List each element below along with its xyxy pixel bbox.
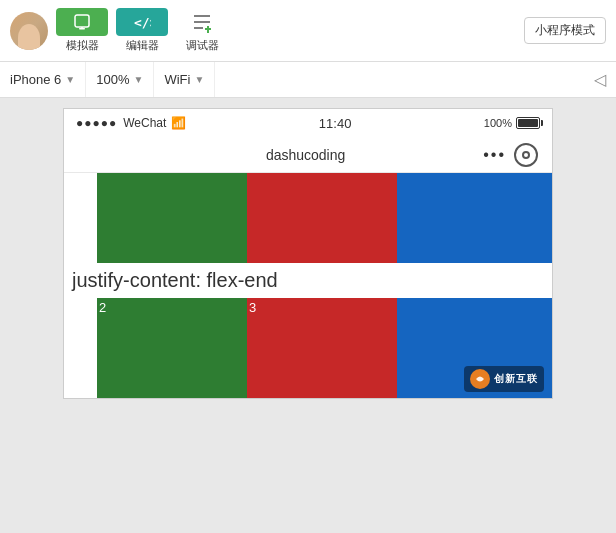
- avatar-inner: [10, 12, 48, 50]
- device-label: iPhone 6: [10, 72, 61, 87]
- carrier-label: WeChat: [123, 116, 166, 130]
- simulator-area: ●●●●● WeChat 📶 11:40 100% dashucoding ••…: [0, 98, 616, 533]
- watermark-text: 创新互联: [494, 372, 538, 386]
- debugger-label: 调试器: [186, 38, 219, 53]
- editor-button[interactable]: </> 编辑器: [116, 8, 168, 53]
- box-red-2: 3: [247, 298, 397, 398]
- network-chevron-icon: ▼: [194, 74, 204, 85]
- svg-rect-0: [75, 15, 89, 27]
- avatar-face: [18, 24, 40, 50]
- wifi-icon: 📶: [171, 116, 186, 130]
- flex-demo-top: [64, 173, 552, 263]
- battery-percent: 100%: [484, 117, 512, 129]
- debugger-button[interactable]: 调试器: [176, 8, 228, 53]
- avatar: [10, 12, 48, 50]
- record-button[interactable]: [514, 143, 538, 167]
- box-blue-2: 创新互联: [397, 298, 552, 398]
- flex-demo-bottom: 1 2 3 创新互联: [64, 298, 552, 398]
- box-red-1: [247, 173, 397, 263]
- mini-program-button[interactable]: 小程序模式: [524, 17, 606, 44]
- zoom-select[interactable]: 100% ▼: [86, 62, 154, 97]
- battery-fill: [518, 119, 538, 127]
- debugger-icon: [176, 8, 228, 36]
- volume-icon[interactable]: ◁: [594, 70, 606, 89]
- record-inner-icon: [522, 151, 530, 159]
- wechat-page-title: dashucoding: [266, 147, 345, 163]
- zoom-label: 100%: [96, 72, 129, 87]
- status-right: 100%: [484, 117, 540, 129]
- toolbar: 模拟器 </> 编辑器 调试器 小程序模式: [0, 0, 616, 62]
- signal-dots: ●●●●●: [76, 116, 117, 130]
- status-bar: ●●●●● WeChat 📶 11:40 100%: [64, 109, 552, 137]
- wechat-dots: •••: [483, 146, 506, 164]
- box-label-3: 3: [249, 300, 256, 315]
- svg-rect-1: [79, 28, 85, 30]
- battery-icon: [516, 117, 540, 129]
- simulator-icon: [56, 8, 108, 36]
- network-label: WiFi: [164, 72, 190, 87]
- device-chevron-icon: ▼: [65, 74, 75, 85]
- watermark: 创新互联: [464, 366, 544, 392]
- second-bar: iPhone 6 ▼ 100% ▼ WiFi ▼ ◁: [0, 62, 616, 98]
- network-select[interactable]: WiFi ▼: [154, 62, 215, 97]
- zoom-chevron-icon: ▼: [133, 74, 143, 85]
- caption: justify-content: flex-end: [64, 263, 552, 298]
- box-blue-1: [397, 173, 552, 263]
- simulator-button[interactable]: 模拟器: [56, 8, 108, 53]
- phone-frame: ●●●●● WeChat 📶 11:40 100% dashucoding ••…: [63, 108, 553, 399]
- wechat-nav: dashucoding •••: [64, 137, 552, 173]
- svg-text:</>: </>: [134, 15, 151, 30]
- editor-label: 编辑器: [126, 38, 159, 53]
- editor-icon: </>: [116, 8, 168, 36]
- device-select[interactable]: iPhone 6 ▼: [10, 62, 86, 97]
- simulator-label: 模拟器: [66, 38, 99, 53]
- watermark-logo-icon: [470, 369, 490, 389]
- box-label-2: 2: [99, 300, 106, 315]
- status-time: 11:40: [319, 116, 352, 131]
- box-green-2: 2: [97, 298, 247, 398]
- box-white-1: 1: [63, 298, 97, 398]
- content-area: justify-content: flex-end 1 2 3: [64, 173, 552, 398]
- status-left: ●●●●● WeChat 📶: [76, 116, 186, 130]
- box-green-1: [97, 173, 247, 263]
